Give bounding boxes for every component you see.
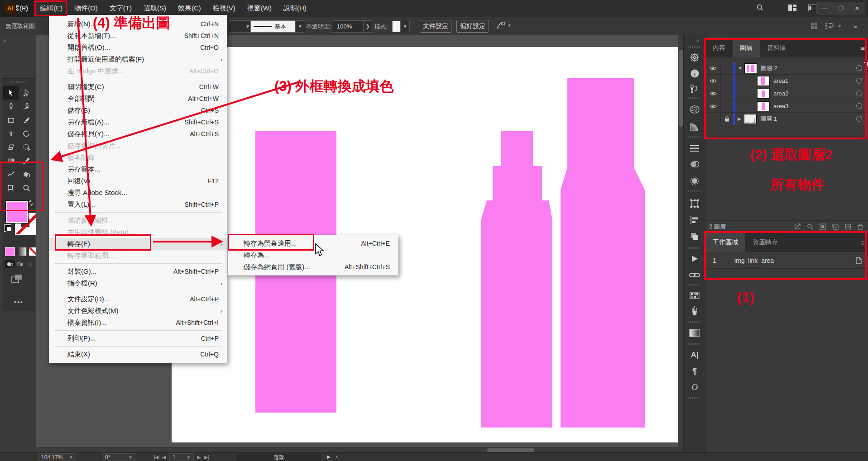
layer-row-area3[interactable]: area3 [705,100,868,113]
first-artboard-icon[interactable]: |◀ [154,455,158,460]
layer-thumbnail[interactable] [744,114,757,124]
lock-column[interactable] [721,100,733,112]
pink-bottle-small-shape[interactable] [481,131,552,428]
direct-selection-tool[interactable] [19,86,34,100]
artboard-page-icon[interactable] [855,257,862,264]
menu-item-document-color-mode[interactable]: 文件色彩模式(M)› [49,305,227,317]
preferences-button[interactable]: 偏好設定 [456,20,489,33]
layer-row-layer2[interactable]: ▼ 圖層 2 [705,62,868,75]
menu-item-place[interactable]: 置入(L)...Shift+Ctrl+P [49,199,227,210]
menu-view[interactable]: 檢視(V) [207,0,241,17]
color-panel-icon[interactable] [689,104,700,115]
tab-artboards[interactable]: 工作區域 [705,233,745,252]
style-dropdown-button[interactable]: ▼ [400,21,410,32]
menu-item-close[interactable]: 關閉檔案(C)Ctrl+W [49,81,227,93]
prev-artboard-icon[interactable]: ◀ [162,455,166,460]
menu-item-open[interactable]: 開啟舊檔(O)...Ctrl+O [49,42,227,53]
submenu-item-export-as[interactable]: 轉存為... [228,249,398,261]
strip-grip[interactable] [688,247,701,249]
menu-item-save-as[interactable]: 另存新檔(A)...Shift+Ctrl+S [49,116,227,128]
menu-item-close-all[interactable]: 全部關閉Alt+Ctrl+W [49,93,227,105]
document-setup-button[interactable]: 文件設定 [420,20,451,33]
draw-behind-button[interactable] [15,260,25,268]
strip-grip[interactable] [688,397,701,399]
stroke-panel-icon[interactable] [689,143,700,154]
document-arrange-icon[interactable] [808,5,817,11]
lock-icon[interactable] [721,113,733,125]
close-button[interactable]: ✕ [849,2,865,14]
menu-item-print[interactable]: 列印(P)...Ctrl+P [49,333,227,344]
strip-grip[interactable] [688,136,701,138]
stroke-weight-dropdown[interactable]: ▼ [229,20,253,33]
layer-row-area1[interactable]: area1 [705,75,868,87]
layer-thumbnail[interactable] [757,76,770,86]
rectangle-tool[interactable] [3,113,19,127]
status-expand-icon[interactable]: ▶ [327,454,331,459]
brush-dropdown-button[interactable]: ▼ [295,20,305,33]
align-glyphs-icon[interactable] [496,21,506,29]
info-icon[interactable]: i [689,68,700,79]
snap-options-icon[interactable] [825,22,834,29]
artboards-panel-menu-icon[interactable]: ≡ [861,239,865,247]
appearance-panel-icon[interactable] [689,176,700,186]
pathfinder-panel-icon[interactable] [689,231,700,242]
menu-effect[interactable]: 效果(C) [172,0,207,17]
layer-name[interactable]: area3 [773,103,788,109]
new-sublayer-icon[interactable] [832,223,839,230]
lock-column[interactable] [721,75,733,87]
make-clipping-mask-icon[interactable] [820,223,826,230]
eraser-tool[interactable] [3,140,19,154]
width-tool[interactable] [3,167,19,181]
gradient-fill-button[interactable] [17,247,27,256]
search-icon[interactable] [756,4,764,11]
arrange-documents-icon[interactable] [810,22,818,29]
paintbrush-tool[interactable] [19,113,34,127]
strip-grip[interactable] [688,284,701,285]
lock-column[interactable] [721,62,733,74]
visibility-eye-icon[interactable] [705,62,721,74]
locate-object-icon[interactable] [807,223,813,230]
artboard-name[interactable]: img_link_area [734,257,774,264]
visibility-eye-icon[interactable] [705,87,721,100]
opentype-panel-icon[interactable]: O [689,382,700,393]
expand-chevron-icon[interactable]: ▼ [738,66,744,71]
character-panel-icon[interactable]: A| [689,350,700,361]
brush-definition-field[interactable]: 基本 [250,20,302,33]
expand-panels-icon[interactable]: « [696,38,699,43]
menu-item-save[interactable]: 儲存(S)Ctrl+S [49,105,227,116]
zoom-tool[interactable] [19,181,34,195]
menu-item-open-recent[interactable]: 打開最近使用過的檔案(F)› [49,53,227,65]
layer-row-layer1[interactable]: ▶ 圖層 1 [705,113,868,125]
last-artboard-icon[interactable]: ▶| [204,455,209,460]
menu-item-revert[interactable]: 回復(V)F12 [49,175,227,187]
menu-item-exit[interactable]: 結束(X)Ctrl+Q [49,348,227,360]
links-panel-icon[interactable] [689,270,700,280]
shape-builder-tool[interactable] [19,167,34,181]
menu-window[interactable]: 視窗(W) [241,0,278,17]
wheel-icon[interactable] [689,52,700,63]
horizontal-scrollbar-thumb[interactable] [487,448,534,452]
swatches-panel-icon[interactable] [689,290,700,301]
target-circle-icon[interactable] [856,90,862,96]
minimize-button[interactable]: — [817,2,832,14]
pink-bottle-large-shape[interactable] [561,78,645,428]
strip-grip[interactable] [688,190,701,192]
history-icon[interactable] [689,83,700,94]
new-layer-icon[interactable] [845,223,851,230]
toolbar-grip[interactable] [10,81,27,83]
strip-grip[interactable] [688,46,701,48]
snap-dropdown-icon[interactable]: ▼ [838,24,842,29]
artboard-row[interactable]: 1 img_link_area [705,253,868,269]
target-circle-icon[interactable] [856,78,862,84]
pen-tool[interactable] [3,100,19,113]
visibility-eye-icon[interactable] [705,75,721,87]
collect-export-icon[interactable] [794,223,801,230]
layer-thumbnail[interactable] [757,101,770,111]
rotation-control[interactable]: 0°▼ [102,453,135,461]
layer-thumbnail[interactable] [757,89,770,99]
target-circle-icon[interactable] [856,65,862,71]
curvature-tool[interactable] [19,100,34,113]
home-icon[interactable]: ⌂ [24,4,28,12]
gradient-panel-icon[interactable] [689,328,700,338]
selection-tool[interactable] [3,86,19,100]
